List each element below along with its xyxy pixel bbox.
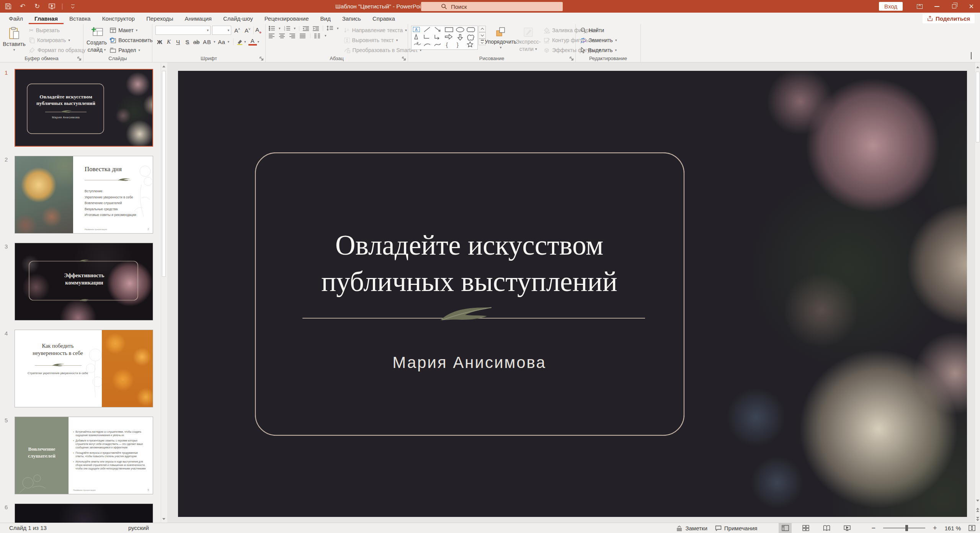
share-button[interactable]: Поделиться: [923, 14, 975, 23]
ribbon-display-options-icon[interactable]: [911, 0, 928, 13]
font-dialog-launcher[interactable]: [259, 56, 264, 61]
decrease-indent-icon[interactable]: [299, 26, 309, 31]
slide-3-thumbnail[interactable]: Эффективность коммуникации: [15, 243, 153, 320]
text-highlight-icon[interactable]: [233, 38, 243, 45]
tab-design[interactable]: Конструктор: [96, 13, 141, 24]
next-slide-icon[interactable]: [975, 515, 980, 523]
align-left-icon[interactable]: [269, 33, 275, 38]
text-shadow-button[interactable]: S: [183, 39, 191, 45]
previous-slide-icon[interactable]: [975, 506, 980, 513]
sign-in-button[interactable]: Вход: [879, 2, 903, 11]
slide-title-text[interactable]: Овладейте искусством публичных выступлен…: [201, 227, 737, 300]
find-button[interactable]: Найти: [579, 26, 638, 35]
line-spacing-icon[interactable]: [323, 26, 333, 31]
slide-4-thumbnail[interactable]: Как победить неуверенность в себе Страте…: [15, 330, 153, 407]
clipboard-dialog-launcher[interactable]: [77, 56, 82, 61]
fit-slide-button[interactable]: [969, 525, 975, 531]
collapse-ribbon-icon[interactable]: [971, 53, 972, 60]
character-spacing-button[interactable]: АВ: [201, 39, 213, 45]
change-case-button[interactable]: Аа: [216, 39, 227, 45]
tab-transitions[interactable]: Переходы: [140, 13, 179, 24]
zoom-in-button[interactable]: +: [933, 524, 937, 532]
panel-scrollbar[interactable]: [161, 62, 166, 523]
main-scroll-up-icon[interactable]: [975, 63, 980, 71]
language-indicator[interactable]: русский: [128, 525, 149, 531]
redo-icon[interactable]: ↻: [33, 2, 41, 11]
new-slide-button[interactable]: Создать слайд▾: [87, 26, 107, 53]
undo-icon[interactable]: ↶: [18, 2, 27, 11]
slide-canvas[interactable]: Овладейте искусством публичных выступлен…: [178, 71, 967, 517]
tab-home[interactable]: Главная: [29, 13, 64, 24]
bullets-icon[interactable]: [269, 26, 275, 31]
main-scroll-down-icon[interactable]: [975, 497, 980, 504]
shrink-font-button[interactable]: А˅: [243, 27, 252, 34]
slide-subtitle-text[interactable]: Мария Анисимова: [392, 353, 546, 372]
tab-insert[interactable]: Вставка: [64, 13, 96, 24]
tab-animations[interactable]: Анимация: [179, 13, 217, 24]
paste-button[interactable]: Вставить ▾: [3, 26, 25, 52]
font-name-combo[interactable]: ▾: [155, 26, 211, 35]
underline-button[interactable]: Ч: [174, 39, 182, 45]
slide-5-thumbnail[interactable]: Вовлечение слушателей •Встречайтесь взгл…: [15, 417, 153, 494]
font-size-combo[interactable]: ▾: [212, 26, 231, 35]
tab-slideshow[interactable]: Слайд-шоу: [217, 13, 259, 24]
tab-record[interactable]: Запись: [336, 13, 367, 24]
slide-sorter-view-button[interactable]: [799, 523, 812, 533]
main-scrollbar[interactable]: [975, 62, 980, 523]
bold-button[interactable]: Ж: [155, 39, 164, 45]
strikethrough-button[interactable]: ab: [192, 39, 201, 45]
format-painter-button[interactable]: Формат по образцу: [28, 46, 87, 55]
close-icon[interactable]: ×: [963, 0, 980, 13]
align-center-icon[interactable]: [279, 33, 285, 38]
search-input[interactable]: Поиск: [421, 2, 563, 11]
panel-scroll-up-icon[interactable]: [161, 62, 167, 70]
numbering-icon[interactable]: 123: [284, 26, 291, 31]
gallery-down-icon[interactable]: [479, 32, 486, 39]
zoom-slider-thumb[interactable]: [905, 525, 908, 531]
clear-formatting-button[interactable]: А◆: [253, 26, 263, 34]
tab-help[interactable]: Справка: [367, 13, 401, 24]
font-color-button[interactable]: А: [248, 38, 257, 46]
replace-button[interactable]: bc Заменить▾: [579, 36, 638, 45]
normal-view-button[interactable]: [779, 523, 792, 533]
slide-indicator[interactable]: Слайд 1 из 13: [9, 525, 47, 531]
layout-button[interactable]: Макет▾: [108, 26, 154, 35]
slideshow-view-button[interactable]: [841, 523, 854, 533]
section-button[interactable]: Раздел▾: [108, 46, 154, 55]
drawing-dialog-launcher[interactable]: [569, 56, 574, 61]
gallery-up-icon[interactable]: [479, 26, 486, 32]
notes-button[interactable]: Заметки: [676, 525, 707, 531]
italic-button[interactable]: К: [165, 39, 173, 45]
zoom-slider[interactable]: [883, 528, 925, 528]
paragraph-dialog-launcher[interactable]: [402, 56, 407, 61]
zoom-out-button[interactable]: −: [871, 524, 875, 532]
shapes-gallery[interactable]: А {: [411, 26, 478, 50]
columns-icon[interactable]: [310, 33, 320, 38]
cut-button[interactable]: ✂ Вырезать: [28, 26, 87, 35]
reset-button[interactable]: Восстановить: [108, 36, 154, 45]
copy-button[interactable]: Копировать▾: [28, 36, 87, 45]
comments-button[interactable]: Примечания: [715, 525, 758, 531]
grow-font-button[interactable]: А˄: [233, 27, 242, 34]
increase-indent-icon[interactable]: [313, 26, 319, 31]
tab-view[interactable]: Вид: [315, 13, 336, 24]
minimize-icon[interactable]: [928, 0, 946, 13]
tab-file[interactable]: Файл: [3, 13, 29, 24]
slide-2-thumbnail[interactable]: Повестка дня Вступление Укрепление увере…: [15, 156, 153, 234]
arrange-button[interactable]: Упорядочить ▾: [486, 26, 516, 49]
reading-view-button[interactable]: [820, 523, 833, 533]
justify-icon[interactable]: [300, 33, 306, 38]
panel-scroll-down-icon[interactable]: [161, 515, 167, 523]
zoom-level[interactable]: 161 %: [944, 525, 961, 531]
align-right-icon[interactable]: [289, 33, 296, 38]
restore-icon[interactable]: [946, 0, 963, 13]
slide-1-thumbnail[interactable]: Овладейте искусством публичных выступлен…: [15, 69, 153, 147]
save-icon[interactable]: [4, 2, 12, 11]
customize-qat-icon[interactable]: [69, 2, 77, 11]
start-slideshow-icon[interactable]: [47, 2, 56, 11]
tab-review[interactable]: Рецензирование: [259, 13, 315, 24]
select-button[interactable]: Выделить▾: [579, 46, 638, 55]
panel-scrollbar-thumb[interactable]: [162, 71, 166, 277]
main-scrollbar-thumb[interactable]: [976, 72, 980, 142]
quick-styles-button[interactable]: Экспресс- стили▾: [516, 26, 541, 52]
